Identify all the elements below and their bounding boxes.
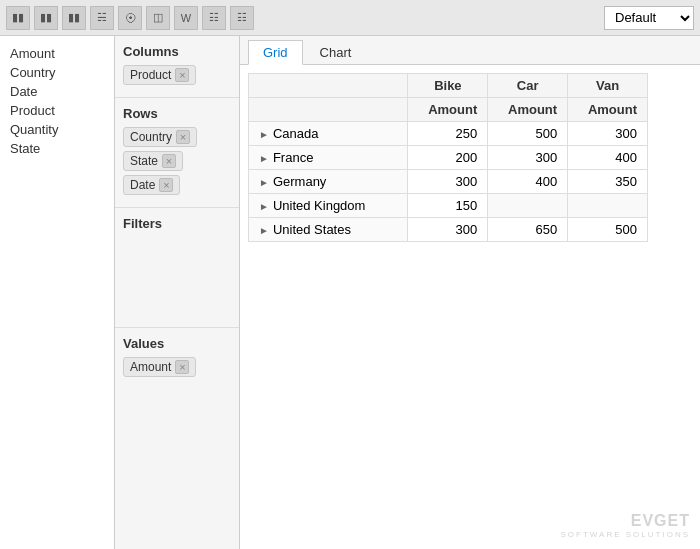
table-row: ►United Kingdom150: [249, 194, 648, 218]
word-icon[interactable]: W: [174, 6, 198, 30]
table-row: ►France200300400: [249, 146, 648, 170]
filters-section: Filters: [115, 208, 239, 328]
cell-van: [568, 194, 648, 218]
field-item-state[interactable]: State: [6, 139, 108, 158]
country-pill-label: Country: [130, 130, 172, 144]
col-group-bike: Bike: [408, 74, 488, 98]
row-label[interactable]: ►United States: [249, 218, 408, 242]
cell-van: 500: [568, 218, 648, 242]
settings-icon[interactable]: ☷: [230, 6, 254, 30]
table-row: ►United States300650500: [249, 218, 648, 242]
field-item-country[interactable]: Country: [6, 63, 108, 82]
cell-car: 650: [488, 218, 568, 242]
main-layout: AmountCountryDateProductQuantityState Co…: [0, 36, 700, 549]
state-pill-delete[interactable]: ×: [162, 154, 176, 168]
col-sub-van-amount: Amount: [568, 98, 648, 122]
table-icon[interactable]: ▮▮: [6, 6, 30, 30]
watermark-line1: EVGET: [561, 512, 691, 530]
product-pill-label: Product: [130, 68, 171, 82]
toolbar: ▮▮ ▮▮ ▮▮ ☵ 🖸 ◫ W ☷ ☷ DefaultOption 1Opti…: [0, 0, 700, 36]
amount-pill[interactable]: Amount ×: [123, 357, 196, 377]
rows-title: Rows: [123, 106, 231, 121]
row-label[interactable]: ►Germany: [249, 170, 408, 194]
field-item-product[interactable]: Product: [6, 101, 108, 120]
view-select[interactable]: DefaultOption 1Option 2: [604, 6, 694, 30]
filters-title: Filters: [123, 216, 231, 231]
row-label[interactable]: ►Canada: [249, 122, 408, 146]
field-item-date[interactable]: Date: [6, 82, 108, 101]
columns-section: Columns Product ×: [115, 36, 239, 98]
bar-chart-icon[interactable]: ▮▮: [34, 6, 58, 30]
columns-title: Columns: [123, 44, 231, 59]
col-sub-car-amount: Amount: [488, 98, 568, 122]
pivot-icon[interactable]: ☵: [90, 6, 114, 30]
database-icon[interactable]: 🖸: [118, 6, 142, 30]
state-pill[interactable]: State ×: [123, 151, 183, 171]
date-pill[interactable]: Date ×: [123, 175, 180, 195]
cell-van: 400: [568, 146, 648, 170]
cell-bike: 250: [408, 122, 488, 146]
date-pill-delete[interactable]: ×: [159, 178, 173, 192]
cell-car: 300: [488, 146, 568, 170]
field-item-amount[interactable]: Amount: [6, 44, 108, 63]
table-header-row-2: Amount Amount Amount: [249, 98, 648, 122]
export-icon[interactable]: ◫: [146, 6, 170, 30]
toolbar-dropdown: DefaultOption 1Option 2: [604, 6, 694, 30]
cell-car: 400: [488, 170, 568, 194]
product-pill-delete[interactable]: ×: [175, 68, 189, 82]
cell-car: 500: [488, 122, 568, 146]
empty-sub-header: [249, 98, 408, 122]
values-title: Values: [123, 336, 231, 351]
values-section: Values Amount ×: [115, 328, 239, 549]
col-group-van: Van: [568, 74, 648, 98]
amount-pill-delete[interactable]: ×: [175, 360, 189, 374]
cell-bike: 300: [408, 218, 488, 242]
row-label[interactable]: ►France: [249, 146, 408, 170]
line-chart-icon[interactable]: ▮▮: [62, 6, 86, 30]
content-area: Grid Chart Bike Car Van Amount Amount: [240, 36, 700, 549]
tab-chart[interactable]: Chart: [305, 40, 367, 64]
middle-panel: Columns Product × Rows Country × State ×: [115, 36, 240, 549]
rows-section: Rows Country × State × Date ×: [115, 98, 239, 208]
tab-bar: Grid Chart: [240, 36, 700, 65]
table-row: ►Canada250500300: [249, 122, 648, 146]
col-group-car: Car: [488, 74, 568, 98]
date-pill-label: Date: [130, 178, 155, 192]
watermark: EVGET SOFTWARE SOLUTIONS: [561, 512, 691, 539]
country-pill-delete[interactable]: ×: [176, 130, 190, 144]
cell-van: 350: [568, 170, 648, 194]
product-pill[interactable]: Product ×: [123, 65, 196, 85]
table-header-row-1: Bike Car Van: [249, 74, 648, 98]
tab-grid[interactable]: Grid: [248, 40, 303, 65]
grid-container: Bike Car Van Amount Amount Amount ►Canad…: [240, 65, 700, 549]
cell-bike: 300: [408, 170, 488, 194]
cell-bike: 150: [408, 194, 488, 218]
amount-pill-label: Amount: [130, 360, 171, 374]
table-row: ►Germany300400350: [249, 170, 648, 194]
row-label[interactable]: ►United Kingdom: [249, 194, 408, 218]
pivot-table: Bike Car Van Amount Amount Amount ►Canad…: [248, 73, 648, 242]
field-item-quantity[interactable]: Quantity: [6, 120, 108, 139]
watermark-line2: SOFTWARE SOLUTIONS: [561, 530, 691, 539]
cell-van: 300: [568, 122, 648, 146]
state-pill-label: State: [130, 154, 158, 168]
cell-bike: 200: [408, 146, 488, 170]
country-pill[interactable]: Country ×: [123, 127, 197, 147]
col-sub-bike-amount: Amount: [408, 98, 488, 122]
field-list: AmountCountryDateProductQuantityState: [0, 36, 115, 549]
cell-car: [488, 194, 568, 218]
excel-icon[interactable]: ☷: [202, 6, 226, 30]
empty-header: [249, 74, 408, 98]
